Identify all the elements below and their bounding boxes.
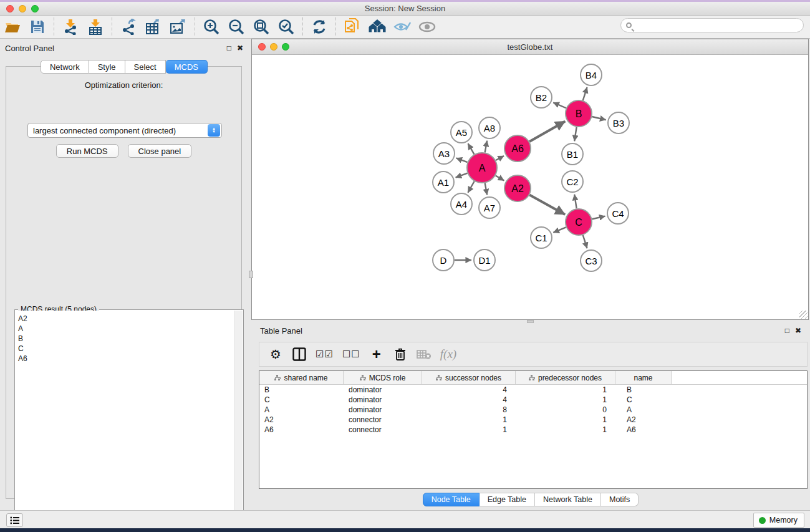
table-row[interactable]: Cdominator41C — [259, 395, 807, 405]
edge-C-C4[interactable] — [592, 216, 605, 220]
close-network-button[interactable] — [258, 43, 266, 51]
edge-C-C1[interactable] — [553, 227, 566, 232]
add-column-button[interactable]: + — [369, 346, 384, 362]
maximize-window-button[interactable] — [31, 5, 39, 12]
graph-node-B3[interactable]: B3 — [608, 112, 629, 133]
close-window-button[interactable] — [6, 5, 14, 12]
table-cell[interactable]: C — [259, 395, 344, 404]
graph-node-A4[interactable]: A4 — [451, 193, 472, 215]
graph-node-A[interactable]: A — [467, 153, 497, 183]
optimization-criterion-dropdown[interactable]: largest connected component (directed) ▲… — [27, 123, 222, 138]
zoom-out-button[interactable] — [227, 18, 246, 36]
table-cell[interactable]: 1 — [516, 385, 615, 394]
edge-A-A5[interactable] — [468, 143, 475, 154]
close-table-panel-icon[interactable]: ✖ — [795, 326, 801, 335]
graph-node-C4[interactable]: C4 — [607, 203, 629, 224]
edge-A6-B[interactable] — [529, 121, 565, 142]
tab-motifs[interactable]: Motifs — [601, 493, 639, 506]
table-cell[interactable]: 4 — [422, 395, 516, 404]
table-cell[interactable]: 1 — [422, 425, 516, 434]
edge-A-A8[interactable] — [485, 141, 488, 153]
graph-node-B[interactable]: B — [566, 100, 592, 127]
table-row[interactable]: A2connector11A2 — [259, 415, 807, 425]
graph-node-C3[interactable]: C3 — [581, 250, 602, 271]
save-session-button[interactable] — [28, 18, 47, 36]
float-table-panel-icon[interactable]: □ — [785, 326, 789, 335]
tab-style[interactable]: Style — [89, 60, 125, 74]
search-box[interactable] — [620, 18, 804, 32]
task-history-button[interactable] — [6, 513, 23, 527]
edge-B-B3[interactable] — [592, 117, 605, 120]
open-file-button[interactable] — [3, 18, 22, 36]
zoom-selected-button[interactable] — [277, 18, 296, 36]
maximize-network-button[interactable] — [282, 43, 289, 51]
edge-A-A3[interactable] — [456, 158, 468, 162]
search-input[interactable] — [632, 21, 803, 30]
float-panel-icon[interactable]: □ — [227, 44, 231, 52]
table-row[interactable]: Bdominator41B — [259, 385, 807, 395]
minimize-network-button[interactable] — [270, 43, 277, 51]
edge-B-B2[interactable] — [553, 102, 566, 108]
table-cell[interactable]: 0 — [516, 405, 615, 414]
column-header-name[interactable]: name — [615, 371, 672, 384]
memory-button[interactable]: Memory — [753, 513, 804, 528]
result-list-item[interactable]: B — [18, 334, 234, 344]
graph-node-A8[interactable]: A8 — [479, 117, 500, 138]
graph-node-D[interactable]: D — [433, 249, 454, 271]
network-window-titlebar[interactable]: testGlobe.txt — [252, 39, 808, 55]
table-cell[interactable]: A2 — [259, 415, 344, 424]
table-cell[interactable]: C — [615, 395, 672, 404]
result-list-item[interactable]: A6 — [18, 354, 234, 364]
table-cell[interactable]: 1 — [516, 395, 615, 404]
table-cell[interactable]: connector — [344, 425, 422, 434]
network-graph-canvas[interactable]: B4B2BB3A8A5A6A3B1AC2A1A2A4A7C4CC1C3DD1 — [252, 55, 808, 319]
column-header-mcds-role[interactable]: MCDS role — [344, 371, 422, 384]
table-cell[interactable]: 8 — [422, 405, 516, 414]
table-cell[interactable]: A6 — [615, 425, 672, 434]
edge-A2-C[interactable] — [529, 195, 565, 215]
table-cell[interactable]: 4 — [422, 385, 516, 394]
graph-node-A6[interactable]: A6 — [504, 135, 531, 162]
import-network-button[interactable] — [61, 18, 80, 36]
table-settings-button[interactable]: ⚙ — [268, 346, 283, 362]
table-cell[interactable]: A2 — [615, 415, 672, 424]
edge-C-C3[interactable] — [583, 235, 587, 248]
refresh-view-button[interactable] — [310, 18, 329, 36]
edge-B-B4[interactable] — [583, 87, 587, 100]
panel-splitter-handle[interactable] — [249, 271, 253, 278]
table-cell[interactable]: dominator — [344, 395, 422, 404]
run-mcds-button[interactable]: Run MCDS — [56, 144, 118, 158]
tab-network-table[interactable]: Network Table — [535, 493, 601, 506]
import-table-button[interactable] — [86, 18, 105, 36]
close-panel-icon[interactable]: ✖ — [237, 44, 243, 52]
graph-node-A3[interactable]: A3 — [433, 143, 455, 164]
table-cell[interactable]: A6 — [259, 425, 344, 434]
graph-node-C2[interactable]: C2 — [562, 171, 583, 192]
column-header-successor-nodes[interactable]: successor nodes — [422, 371, 516, 384]
home-button[interactable] — [368, 18, 387, 36]
graph-node-A7[interactable]: A7 — [479, 197, 500, 218]
graph-node-B1[interactable]: B1 — [562, 143, 583, 165]
edge-A-A4[interactable] — [468, 181, 474, 193]
result-scrollbar[interactable] — [234, 311, 243, 522]
zoom-in-button[interactable] — [202, 18, 221, 36]
mcds-result-list[interactable]: A2ABCA6 — [16, 311, 234, 522]
graph-node-A1[interactable]: A1 — [433, 172, 454, 193]
result-list-item[interactable]: A2 — [18, 314, 234, 324]
export-table-button[interactable] — [144, 18, 163, 36]
graph-node-A5[interactable]: A5 — [451, 122, 472, 143]
delete-table-button[interactable] — [417, 346, 432, 362]
table-cell[interactable]: A — [615, 405, 672, 414]
table-cell[interactable]: dominator — [344, 405, 422, 414]
table-cell[interactable]: B — [259, 385, 344, 394]
edge-B-B1[interactable] — [574, 127, 576, 142]
table-cell[interactable]: 1 — [516, 415, 615, 424]
result-list-item[interactable]: C — [18, 344, 234, 354]
tab-node-table[interactable]: Node Table — [423, 493, 480, 506]
graph-node-D1[interactable]: D1 — [474, 249, 495, 271]
graph-node-B2[interactable]: B2 — [531, 87, 552, 108]
toggle-panel-view-button[interactable] — [292, 346, 307, 362]
graph-node-C1[interactable]: C1 — [531, 227, 552, 248]
table-cell[interactable]: dominator — [344, 385, 422, 394]
table-cell[interactable]: B — [615, 385, 672, 394]
